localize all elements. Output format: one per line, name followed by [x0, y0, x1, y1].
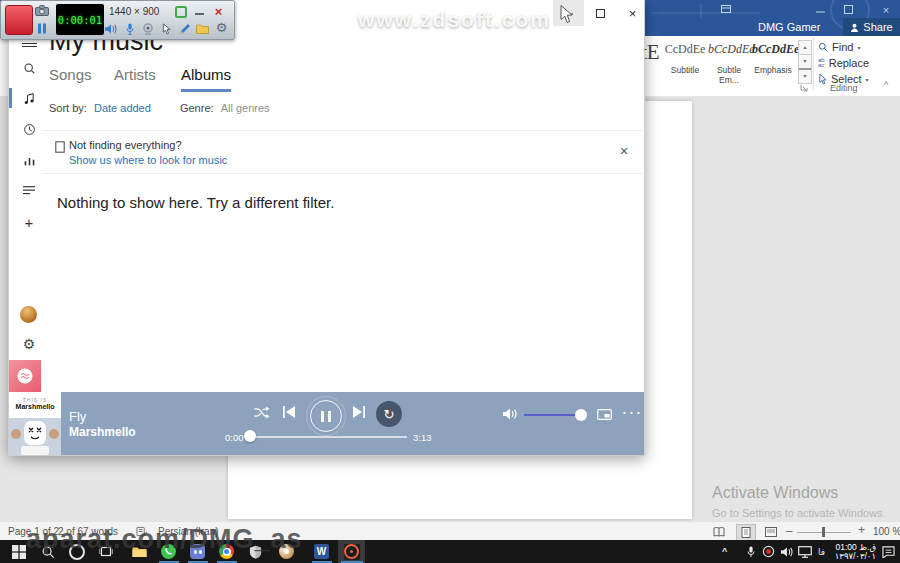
cortana-icon[interactable]	[68, 543, 85, 560]
search-icon[interactable]	[17, 60, 41, 76]
zoom-out-button[interactable]: –	[786, 524, 793, 538]
zoom-slider-thumb[interactable]	[822, 527, 825, 537]
groove-maximize-button[interactable]	[585, 0, 616, 26]
cursor-capture-icon[interactable]	[158, 21, 175, 36]
genre-value[interactable]: All genres	[221, 102, 270, 114]
mini-player-icon[interactable]	[597, 409, 612, 420]
volume-handle[interactable]	[575, 409, 587, 421]
pencil-annotation-icon[interactable]	[176, 21, 193, 36]
read-mode-button[interactable]	[710, 524, 728, 539]
capture-region-icon[interactable]	[172, 4, 189, 19]
more-options-button[interactable]: • • •	[623, 408, 641, 417]
previous-button[interactable]	[282, 405, 296, 419]
groove-taskbar-icon[interactable]	[343, 543, 360, 560]
album-art[interactable]: THIS IS Marshmello	[9, 392, 61, 455]
palette-app-icon[interactable]	[278, 543, 295, 560]
banner-close-icon[interactable]: ×	[620, 143, 628, 159]
tab-artists[interactable]: Artists	[114, 66, 156, 89]
zoom-level[interactable]: 100 %	[873, 526, 900, 537]
word-taskbar-icon[interactable]: W	[313, 543, 330, 560]
seek-bar[interactable]	[255, 436, 407, 438]
word-count[interactable]: 2 of 67 words	[58, 526, 118, 537]
dialog-launcher-icon[interactable]	[800, 84, 808, 92]
style-sample: CcDdEe	[664, 42, 706, 57]
person-icon	[850, 23, 859, 32]
now-playing-icon[interactable]	[17, 152, 41, 168]
volume-icon[interactable]	[502, 407, 518, 421]
style-card-emphasis[interactable]: bCcDdEe Emphasis	[752, 42, 794, 75]
web-layout-button[interactable]	[762, 524, 780, 539]
activate-windows-watermark: Activate Windows Go to Settings to activ…	[712, 484, 886, 519]
repeat-button[interactable]: ↻	[376, 401, 402, 427]
screenshot-camera-icon[interactable]	[33, 3, 50, 18]
tray-chevron-up-icon[interactable]: ^	[722, 546, 727, 556]
now-playing-thumbnail[interactable]	[9, 360, 41, 392]
settings-gear-icon[interactable]: ⚙	[17, 336, 41, 352]
print-layout-button[interactable]	[736, 524, 756, 541]
user-avatar[interactable]	[20, 306, 37, 323]
ribbon-display-options-icon[interactable]	[718, 4, 734, 16]
styles-gallery-up-button[interactable]: ▴	[798, 40, 812, 55]
webcam-capture-icon[interactable]	[139, 21, 156, 36]
styles-gallery-more-button[interactable]: ▾	[798, 68, 812, 84]
my-music-icon[interactable]	[17, 90, 41, 106]
tray-speaker-icon[interactable]	[778, 543, 795, 560]
whatsapp-icon[interactable]	[160, 543, 177, 560]
word-close-button[interactable]: ×	[878, 4, 894, 16]
tray-microphone-icon[interactable]	[742, 543, 759, 560]
start-button[interactable]	[10, 543, 27, 560]
repeat-icon: ↻	[384, 407, 395, 422]
groove-close-button[interactable]: ×	[617, 0, 648, 26]
folder-output-icon[interactable]	[194, 21, 211, 36]
tray-clock[interactable]: 01:00 ق.ظ ۱۳۹۷/۰۳/۰۱	[832, 543, 876, 561]
proofing-icon[interactable]	[136, 526, 147, 537]
banner-link[interactable]: Show us where to look for music	[69, 154, 227, 166]
language-indicator[interactable]: Persian (Iran)	[158, 526, 219, 537]
defender-shield-icon[interactable]	[247, 543, 264, 560]
replace-button[interactable]: abac Replace	[818, 57, 869, 69]
tab-songs[interactable]: Songs	[49, 66, 92, 89]
seek-handle[interactable]	[244, 430, 256, 442]
recorder-settings-gear-icon[interactable]: ⚙	[213, 20, 230, 35]
playlists-icon[interactable]	[17, 183, 41, 199]
zoom-in-button[interactable]: +	[858, 523, 865, 537]
sort-by-value[interactable]: Date added	[94, 102, 151, 114]
taskbar-search-icon[interactable]	[39, 543, 56, 560]
pause-button[interactable]	[306, 396, 346, 436]
action-center-icon[interactable]	[880, 543, 897, 560]
chrome-icon[interactable]	[218, 543, 235, 560]
style-sample: bCcDdEe	[752, 42, 794, 57]
tray-date: ۱۳۹۷/۰۳/۰۱	[832, 552, 876, 561]
discord-icon[interactable]	[189, 543, 206, 560]
volume-slider[interactable]	[524, 414, 580, 416]
recent-plays-icon[interactable]	[17, 121, 41, 137]
page-indicator[interactable]: Page 1 of 2	[8, 526, 59, 537]
task-view-icon[interactable]	[97, 543, 114, 560]
word-account-name[interactable]: DMG Gamer	[758, 21, 820, 33]
shuffle-button[interactable]	[253, 406, 270, 419]
share-button[interactable]: Share	[843, 18, 900, 36]
style-card-subtle-emphasis[interactable]: bCcDdEe Subtle Em...	[708, 42, 750, 85]
find-button[interactable]: Find ▾	[818, 41, 860, 53]
tray-language-indicator[interactable]: فا	[818, 547, 825, 557]
next-button[interactable]	[352, 405, 366, 419]
groove-music-window: × + ⚙ My music Songs Artists Albums	[8, 0, 645, 456]
tray-recording-icon[interactable]	[760, 543, 777, 560]
speaker-capture-icon[interactable]	[102, 21, 119, 36]
microphone-capture-icon[interactable]	[121, 21, 138, 36]
record-stop-button[interactable]	[5, 5, 33, 35]
style-card-subtitle[interactable]: CcDdEe Subtitle	[664, 42, 706, 75]
recorder-close-icon[interactable]: ×	[210, 4, 227, 19]
styles-gallery-down-button[interactable]: ▾	[798, 54, 812, 69]
recorder-minimize-icon[interactable]	[191, 4, 208, 19]
recording-timer-display: 0:00:01	[56, 4, 104, 35]
groove-minimize-button[interactable]	[553, 0, 584, 26]
tab-albums[interactable]: Albums	[181, 66, 231, 92]
file-explorer-icon[interactable]	[131, 543, 148, 560]
new-playlist-icon[interactable]: +	[17, 214, 41, 230]
tray-network-icon[interactable]	[796, 543, 813, 560]
word-minimize-button[interactable]	[812, 4, 828, 16]
word-maximize-button[interactable]	[840, 4, 856, 16]
collapse-ribbon-icon[interactable]: ^	[884, 80, 888, 90]
pause-recording-icon[interactable]	[33, 21, 50, 36]
